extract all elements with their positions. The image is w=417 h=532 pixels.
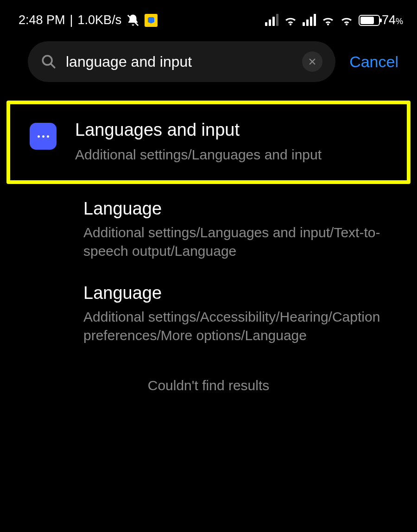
wifi-icon-2 — [322, 15, 335, 25]
settings-search-screen: 2:48 PM | 1.0KB/s 74% — [0, 0, 417, 532]
cancel-button[interactable]: Cancel — [349, 53, 403, 71]
battery-percentage: 74% — [382, 13, 403, 27]
additional-settings-icon — [30, 123, 57, 150]
close-icon — [308, 57, 316, 66]
wifi-icon — [284, 15, 297, 25]
result-path: Additional settings/Languages and input/… — [83, 223, 389, 261]
result-language-tts[interactable]: Language Additional settings/Languages a… — [0, 190, 417, 275]
signal-sim2-icon — [303, 15, 316, 26]
result-title: Languages and input — [75, 120, 393, 140]
status-separator: | — [70, 13, 73, 27]
result-text: Languages and input Additional settings/… — [75, 120, 393, 165]
signal-sim1-icon — [265, 15, 278, 26]
highlighted-result-frame: Languages and input Additional settings/… — [6, 101, 411, 184]
wifi-icon-3 — [340, 15, 353, 25]
result-path: Additional settings/Languages and input — [75, 146, 393, 165]
clear-search-button[interactable] — [302, 51, 322, 72]
result-language-caption[interactable]: Language Additional settings/Accessibili… — [0, 275, 417, 359]
search-icon — [41, 54, 57, 70]
status-right: 74% — [265, 13, 403, 27]
status-data-rate: 1.0KB/s — [78, 13, 122, 27]
battery-icon — [359, 15, 380, 26]
result-title: Language — [83, 283, 389, 303]
search-field-container[interactable] — [28, 41, 335, 82]
search-row: Cancel — [0, 37, 417, 87]
result-title: Language — [83, 199, 389, 219]
svg-line-2 — [51, 63, 55, 68]
result-languages-and-input[interactable]: Languages and input Additional settings/… — [10, 104, 407, 180]
battery-indicator: 74% — [359, 13, 403, 27]
search-input[interactable] — [66, 53, 293, 70]
ellipsis-icon — [38, 135, 49, 138]
status-time: 2:48 PM — [19, 13, 65, 27]
search-results: Languages and input Additional settings/… — [0, 87, 417, 393]
result-path: Additional settings/Accessibility/Hearin… — [83, 308, 389, 345]
notifications-muted-icon — [126, 13, 140, 27]
status-left: 2:48 PM | 1.0KB/s — [19, 13, 158, 27]
no-more-results-message: Couldn't find results — [0, 359, 417, 393]
flipkart-app-icon — [145, 14, 158, 27]
status-bar: 2:48 PM | 1.0KB/s 74% — [0, 0, 417, 37]
